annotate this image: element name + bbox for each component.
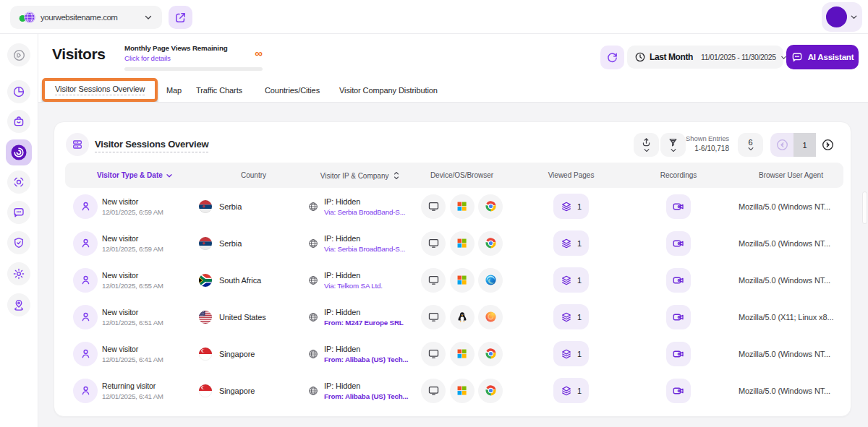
cell-recordings <box>631 231 726 256</box>
visitor-company-link[interactable]: From: Alibaba (US) Tech... <box>324 392 408 400</box>
shown-entries: Shown Entries 1-6/10,718 <box>675 134 729 152</box>
column-device-os-browser[interactable]: Device/OS/Browser <box>412 171 511 179</box>
visitor-company-link[interactable]: Via: Serbia BroadBand-S... <box>324 245 405 253</box>
chevron-down-icon <box>747 147 754 152</box>
country-name: Serbia <box>219 202 242 211</box>
table-row[interactable]: New visitor 12/01/2025, 6:59 AM Serbia I… <box>65 225 843 262</box>
recording-button[interactable] <box>666 268 691 293</box>
tab-countries-cities[interactable]: Countries/Cities <box>265 86 320 95</box>
globe-icon <box>308 349 318 359</box>
layers-icon <box>561 201 572 212</box>
visitor-company-link[interactable]: Via: Telkom SA Ltd. <box>324 282 383 290</box>
visitor-sessions-card: Visitor Sessions Overview <box>54 121 851 417</box>
user-agent-text: Mozilla/5.0 (Windows NT... <box>739 276 830 285</box>
desktop-device-icon <box>421 342 446 366</box>
visitor-company-link[interactable]: From: Alibaba (US) Tech... <box>324 355 408 363</box>
cell-device-os-browser <box>412 268 511 293</box>
tab-visitor-company-distribution[interactable]: Visitor Company Distribution <box>339 86 438 95</box>
tab-traffic-charts[interactable]: Traffic Charts <box>196 86 242 95</box>
cell-recordings <box>631 379 726 403</box>
recording-button[interactable] <box>666 194 691 219</box>
viewed-pages-badge[interactable]: 1 <box>553 304 589 329</box>
viewed-pages-count: 1 <box>577 387 582 395</box>
column-viewed-pages[interactable]: Viewed Pages <box>511 171 631 179</box>
date-range-picker[interactable]: Last Month 11/01/2025 - 11/30/2025 <box>627 46 783 69</box>
sidebar-item-location[interactable] <box>7 293 30 316</box>
scrollbar-thumb[interactable] <box>862 191 867 224</box>
viewed-pages-badge[interactable]: 1 <box>553 230 589 256</box>
column-country[interactable]: Country <box>199 171 308 179</box>
cell-viewed-pages: 1 <box>511 267 631 293</box>
quota-title: Monthly Page Views Remaining <box>124 44 263 52</box>
country-name: Singapore <box>219 350 255 358</box>
sidebar-item-behaviour[interactable] <box>7 171 30 194</box>
quota-details-link[interactable]: Click for details <box>124 54 263 62</box>
cell-visitor-ip-company: IP: Hidden Via: Telkom SA Ltd. <box>308 271 412 290</box>
ai-chat-icon <box>791 51 803 63</box>
next-page-button[interactable] <box>816 133 839 157</box>
recording-button[interactable] <box>666 231 691 256</box>
cell-country: South Africa <box>199 274 308 287</box>
viewed-pages-badge[interactable]: 1 <box>553 341 589 366</box>
chrome-browser-icon <box>478 379 503 403</box>
refresh-button[interactable] <box>600 46 624 69</box>
sidebar-item-visitors[interactable] <box>6 139 32 165</box>
chat-bubble-icon <box>12 206 25 219</box>
open-website-button[interactable] <box>169 6 192 29</box>
recording-button[interactable] <box>666 342 691 366</box>
recording-button[interactable] <box>666 305 691 329</box>
user-agent-text: Mozilla/5.0 (Windows NT... <box>739 387 830 395</box>
sidebar-item-dashboard[interactable] <box>7 80 30 103</box>
card-title[interactable]: Visitor Sessions Overview <box>95 139 208 152</box>
export-icon <box>641 137 652 148</box>
singapore-flag-icon <box>199 348 212 361</box>
sidebar-item-settings[interactable] <box>7 262 30 285</box>
column-browser-user-agent[interactable]: Browser User Agent <box>726 171 843 179</box>
sidebar-item-acquisition[interactable] <box>7 110 30 133</box>
account-menu[interactable] <box>822 2 862 32</box>
previous-page-button[interactable] <box>770 133 793 157</box>
sidebar-item-privacy[interactable] <box>7 231 30 254</box>
tab-visitor-sessions-overview[interactable]: Visitor Sessions Overview <box>55 85 145 95</box>
cell-viewed-pages: 1 <box>511 230 631 256</box>
visitor-ip: IP: Hidden <box>324 197 405 206</box>
south-africa-flag-icon <box>199 274 212 287</box>
table-row[interactable]: New visitor 12/01/2025, 6:55 AM South Af… <box>65 262 843 298</box>
country-name: United States <box>219 313 266 322</box>
external-link-icon <box>174 12 187 24</box>
viewed-pages-count: 1 <box>577 239 582 248</box>
table-row[interactable]: New visitor 12/01/2025, 6:41 AM Singapor… <box>65 335 843 372</box>
video-camera-icon <box>672 384 685 397</box>
column-visitor-ip-company[interactable]: Visitor IP & Company <box>308 171 412 180</box>
sessions-table-icon <box>66 133 89 156</box>
column-recordings[interactable]: Recordings <box>631 171 726 179</box>
period-range: 11/01/2025 - 11/30/2025 <box>701 53 776 61</box>
visitor-company-link[interactable]: From: M247 Europe SRL <box>324 319 404 327</box>
person-icon <box>80 311 92 323</box>
export-button[interactable] <box>634 133 659 157</box>
recording-button[interactable] <box>666 379 691 403</box>
annotation-highlight-box: Visitor Sessions Overview <box>42 78 158 102</box>
column-visitor-type-date[interactable]: Visitor Type & Date <box>65 171 199 180</box>
website-selector[interactable]: yourwebsitename.com <box>10 6 162 29</box>
cell-visitor-type-date: New visitor 12/01/2025, 6:59 AM <box>65 231 199 256</box>
arrow-right-circle-icon <box>821 138 835 152</box>
table-row[interactable]: New visitor 12/01/2025, 6:59 AM Serbia I… <box>65 188 843 225</box>
layers-icon <box>561 238 572 249</box>
sidebar-item-communication[interactable] <box>7 201 30 224</box>
orbit-icon <box>12 176 25 189</box>
viewed-pages-badge[interactable]: 1 <box>553 267 589 293</box>
table-row[interactable]: New visitor 12/01/2025, 6:51 AM United S… <box>65 298 843 335</box>
viewed-pages-badge[interactable]: 1 <box>553 378 589 403</box>
ai-assistant-button[interactable]: AI Assistant <box>786 45 859 69</box>
quota-widget[interactable]: Monthly Page Views Remaining Click for d… <box>124 44 263 71</box>
viewed-pages-badge[interactable]: 1 <box>553 194 589 219</box>
page-size-select[interactable]: 6 <box>738 133 763 157</box>
person-icon <box>80 237 92 249</box>
chrome-browser-icon <box>478 231 503 256</box>
pie-chart-icon <box>12 85 25 98</box>
sidebar-collapse-button[interactable] <box>7 43 30 66</box>
tab-map[interactable]: Map <box>166 86 182 95</box>
table-row[interactable]: Returning visitor 12/01/2025, 6:41 AM Si… <box>65 372 843 409</box>
visitor-company-link[interactable]: Via: Serbia BroadBand-S... <box>324 208 405 216</box>
